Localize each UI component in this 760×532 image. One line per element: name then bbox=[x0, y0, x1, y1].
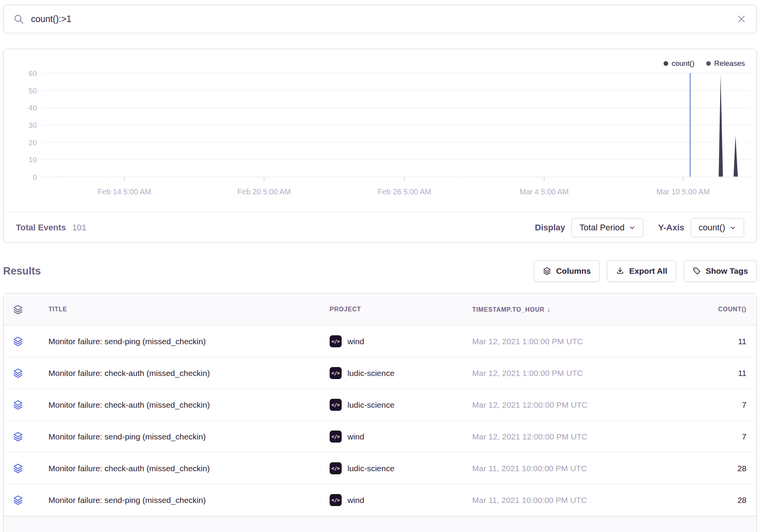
count-cell: 28 bbox=[669, 496, 746, 505]
legend-item-count[interactable]: count() bbox=[664, 59, 695, 68]
platform-code-icon: </> bbox=[330, 462, 342, 474]
yaxis-dropdown[interactable]: count() bbox=[691, 218, 744, 237]
export-all-button-label: Export All bbox=[629, 266, 667, 276]
timestamp-cell: Mar 12, 2021 12:00:00 PM UTC bbox=[472, 432, 669, 441]
yaxis-dropdown-value: count() bbox=[699, 223, 725, 233]
svg-text:Feb 26 5:00 AM: Feb 26 5:00 AM bbox=[378, 187, 431, 196]
platform-code-icon: </> bbox=[330, 335, 342, 347]
display-dropdown-value: Total Period bbox=[579, 223, 624, 233]
platform-code-icon: </> bbox=[330, 367, 342, 379]
legend-label: count() bbox=[672, 59, 695, 68]
svg-text:60: 60 bbox=[29, 69, 37, 77]
legend-item-releases[interactable]: Releases bbox=[706, 59, 745, 68]
count-cell: 7 bbox=[669, 432, 746, 441]
stack-events-icon[interactable] bbox=[13, 368, 23, 378]
download-icon bbox=[616, 267, 624, 275]
total-events-label: Total Events bbox=[16, 223, 66, 233]
chevron-down-icon bbox=[629, 225, 635, 231]
search-input[interactable] bbox=[31, 14, 729, 24]
display-label: Display bbox=[535, 223, 565, 233]
stack-events-icon[interactable] bbox=[13, 431, 23, 442]
table-header-row: TITLE PROJECT TIMESTAMP.TO_HOUR↓ COUNT() bbox=[3, 293, 757, 326]
table-row: Monitor failure: check-auth (missed_chec… bbox=[3, 453, 757, 484]
svg-text:0: 0 bbox=[33, 173, 37, 181]
chart-canvas: 0102030405060Feb 14 5:00 AMFeb 20 5:00 A… bbox=[3, 49, 755, 208]
table-row: Monitor failure: send-ping (missed_check… bbox=[3, 484, 757, 516]
legend-dot-count bbox=[664, 61, 668, 66]
columns-button-label: Columns bbox=[556, 266, 591, 276]
count-series-spike[interactable] bbox=[719, 75, 723, 177]
platform-code-icon: </> bbox=[330, 399, 342, 411]
column-header-count[interactable]: COUNT() bbox=[669, 306, 746, 313]
stack-events-icon[interactable] bbox=[13, 400, 23, 410]
count-series-spike[interactable] bbox=[734, 136, 738, 177]
svg-text:Feb 14 5:00 AM: Feb 14 5:00 AM bbox=[98, 187, 151, 196]
legend-label: Releases bbox=[714, 59, 745, 68]
table-row: Monitor failure: send-ping (missed_check… bbox=[3, 421, 757, 453]
events-chart[interactable]: count() Releases 0102030405060Feb 14 5:0… bbox=[3, 49, 757, 212]
results-table: TITLE PROJECT TIMESTAMP.TO_HOUR↓ COUNT()… bbox=[3, 293, 757, 532]
events-chart-panel: count() Releases 0102030405060Feb 14 5:0… bbox=[3, 49, 757, 243]
table-footer bbox=[3, 516, 757, 532]
timestamp-cell: Mar 11, 2021 10:00:00 PM UTC bbox=[472, 496, 669, 505]
chart-footer: Total Events 101 Display Total Period Y-… bbox=[3, 212, 757, 242]
event-title-link[interactable]: Monitor failure: check-auth (missed_chec… bbox=[48, 464, 210, 473]
chart-legend: count() Releases bbox=[664, 59, 745, 68]
platform-code-icon: </> bbox=[330, 431, 342, 443]
svg-text:Feb 20 5:00 AM: Feb 20 5:00 AM bbox=[237, 187, 291, 196]
column-header-project[interactable]: PROJECT bbox=[330, 306, 472, 313]
timestamp-cell: Mar 12, 2021 12:00:00 PM UTC bbox=[472, 400, 669, 410]
event-title-link[interactable]: Monitor failure: send-ping (missed_check… bbox=[48, 496, 206, 505]
results-bar: Results Columns Export All Show Tags bbox=[3, 259, 757, 283]
event-title-link[interactable]: Monitor failure: check-auth (missed_chec… bbox=[48, 369, 210, 378]
project-name: ludic-science bbox=[347, 369, 394, 378]
column-header-timestamp-label: TIMESTAMP.TO_HOUR bbox=[472, 306, 545, 313]
show-tags-button[interactable]: Show Tags bbox=[684, 260, 757, 282]
display-dropdown[interactable]: Total Period bbox=[571, 218, 643, 237]
clear-search-icon[interactable] bbox=[736, 14, 746, 24]
stack-events-icon[interactable] bbox=[13, 336, 23, 347]
event-title-link[interactable]: Monitor failure: send-ping (missed_check… bbox=[48, 337, 206, 346]
legend-dot-releases bbox=[706, 61, 711, 66]
column-header-title[interactable]: TITLE bbox=[43, 306, 330, 313]
results-heading: Results bbox=[3, 265, 41, 277]
svg-text:20: 20 bbox=[29, 139, 37, 147]
project-name: ludic-science bbox=[347, 400, 394, 410]
sort-desc-icon: ↓ bbox=[547, 305, 551, 313]
columns-button[interactable]: Columns bbox=[534, 260, 600, 282]
table-row: Monitor failure: check-auth (missed_chec… bbox=[3, 389, 757, 421]
table-body: Monitor failure: send-ping (missed_check… bbox=[3, 326, 757, 516]
project-name: wind bbox=[347, 496, 364, 505]
svg-text:Mar 4 5:00 AM: Mar 4 5:00 AM bbox=[519, 187, 569, 196]
svg-text:10: 10 bbox=[29, 156, 37, 164]
timestamp-cell: Mar 12, 2021 1:00:00 PM UTC bbox=[472, 369, 669, 378]
stack-events-header-icon[interactable] bbox=[13, 304, 23, 315]
event-title-link[interactable]: Monitor failure: check-auth (missed_chec… bbox=[48, 400, 210, 409]
table-row: Monitor failure: send-ping (missed_check… bbox=[3, 326, 757, 357]
svg-text:Mar 10 5:00 AM: Mar 10 5:00 AM bbox=[656, 187, 710, 196]
total-events-value: 101 bbox=[72, 223, 86, 233]
column-header-timestamp[interactable]: TIMESTAMP.TO_HOUR↓ bbox=[472, 305, 669, 314]
project-name: wind bbox=[347, 337, 364, 346]
chevron-down-icon bbox=[730, 225, 736, 231]
search-bar bbox=[3, 5, 757, 33]
count-cell: 7 bbox=[669, 400, 746, 410]
yaxis-label: Y-Axis bbox=[658, 223, 684, 233]
stack-events-icon[interactable] bbox=[13, 463, 23, 474]
count-cell: 11 bbox=[669, 337, 746, 346]
project-name: wind bbox=[347, 432, 364, 441]
table-row: Monitor failure: check-auth (missed_chec… bbox=[3, 357, 757, 389]
stack-events-icon[interactable] bbox=[13, 495, 23, 505]
count-cell: 11 bbox=[669, 369, 746, 378]
event-title-link[interactable]: Monitor failure: send-ping (missed_check… bbox=[48, 432, 206, 441]
export-all-button[interactable]: Export All bbox=[607, 260, 676, 282]
project-name: ludic-science bbox=[347, 464, 394, 473]
search-icon bbox=[14, 14, 24, 24]
layers-icon bbox=[543, 267, 551, 275]
svg-text:30: 30 bbox=[29, 121, 37, 129]
show-tags-button-label: Show Tags bbox=[706, 266, 748, 276]
svg-text:50: 50 bbox=[29, 87, 37, 95]
platform-code-icon: </> bbox=[330, 494, 342, 506]
timestamp-cell: Mar 11, 2021 10:00:00 PM UTC bbox=[472, 464, 669, 473]
count-cell: 28 bbox=[669, 464, 746, 473]
